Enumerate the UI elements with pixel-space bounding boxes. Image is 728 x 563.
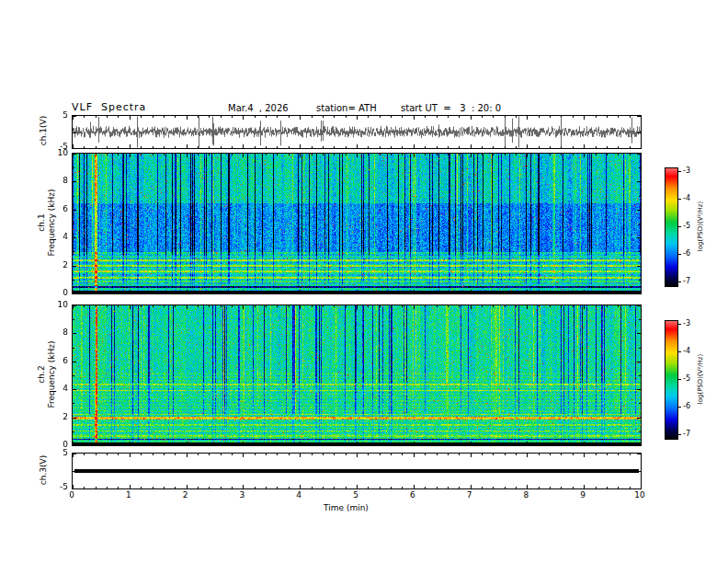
colorbar-tick-label: -3 xyxy=(683,167,690,175)
colorbar2-label: log(PSD)(V²/Hz) xyxy=(696,354,706,405)
ch1-wave-ylabel-text: ch.1(V) xyxy=(39,116,48,145)
colorbar-tick-mark xyxy=(677,379,681,380)
plot-start-ut: start UT = 3 : 20: 0 xyxy=(401,103,501,113)
spec2-ytick-label: 6 xyxy=(46,357,68,365)
colorbar-tick-label: -7 xyxy=(683,278,690,285)
x-tick-label: 1 xyxy=(119,491,138,500)
ch1-spectrogram-canvas xyxy=(72,153,642,294)
colorbar-tick-label: -4 xyxy=(683,195,690,202)
colorbar-tick-mark xyxy=(677,324,681,325)
colorbar-ch2 xyxy=(665,320,678,440)
colorbar-tick-mark xyxy=(677,226,681,227)
x-tick-label: 10 xyxy=(631,491,649,500)
x-tick-label: 0 xyxy=(63,491,81,500)
spec1-ytick-label: 8 xyxy=(46,177,68,185)
spec1-ytick-label: 6 xyxy=(46,205,68,213)
colorbar-tick-label: -7 xyxy=(683,431,690,438)
ch1-spec-ylabel: ch.1 Frequency (kHz) xyxy=(37,189,57,256)
colorbar-tick-mark xyxy=(677,199,681,200)
x-tick-label: 7 xyxy=(461,491,479,500)
wave3-ytick-label: -5 xyxy=(46,483,68,491)
plot-station: station= ATH xyxy=(316,103,377,113)
plot-date: Mar.4 , 2026 xyxy=(228,103,289,113)
wave1-ytick-label: -5 xyxy=(46,143,68,151)
ch3-wave-ylabel: ch.3(V) xyxy=(39,455,49,485)
ch1-spec-ylabel-line1: ch.1 xyxy=(37,189,47,256)
ch3-wave-ylabel-text: ch.3(V) xyxy=(39,455,48,485)
colorbar-tick-label: -5 xyxy=(683,375,690,383)
colorbar-tick-mark xyxy=(677,254,681,255)
x-tick-label: 9 xyxy=(574,491,592,500)
x-tick-label: 6 xyxy=(404,491,422,500)
spec1-ytick-label: 4 xyxy=(46,233,68,241)
colorbar-tick-label: -4 xyxy=(683,348,690,355)
spec2-ytick-label: 2 xyxy=(46,413,68,421)
x-tick-label: 3 xyxy=(233,491,251,500)
x-axis-label: Time (min) xyxy=(324,503,369,512)
vlf-spectra-plot: VLF Spectra Mar.4 , 2026 station= ATH st… xyxy=(0,0,728,563)
wave1-ytick-label: 5 xyxy=(46,111,68,120)
colorbar-tick-mark xyxy=(677,434,681,435)
colorbar-tick-label: -6 xyxy=(683,250,690,258)
spec2-ytick-label: 4 xyxy=(46,385,68,393)
colorbar-tick-mark xyxy=(677,171,681,172)
ch1-wave-ylabel: ch.1(V) xyxy=(39,116,49,145)
x-tick-label: 5 xyxy=(347,491,365,500)
ch2-spec-ylabel-line1: ch.2 xyxy=(37,340,47,408)
ch2-spectrogram-canvas xyxy=(72,304,642,446)
colorbar1-label: log(PSD)(V²/Hz) xyxy=(696,201,706,252)
x-tick-label: 4 xyxy=(290,491,308,500)
ch2-spec-ylabel: ch.2 Frequency (kHz) xyxy=(37,340,57,408)
ch3-waveform-canvas xyxy=(72,453,642,489)
spec2-ytick-label: 10 xyxy=(46,301,68,309)
x-tick-label: 8 xyxy=(517,491,535,500)
ch1-waveform-canvas xyxy=(72,115,642,149)
colorbar-tick-label: -3 xyxy=(683,320,690,327)
spec1-ytick-label: 2 xyxy=(46,261,68,270)
colorbar-tick-mark xyxy=(677,282,681,282)
ch1-spec-ylabel-line2: Frequency (kHz) xyxy=(47,189,57,256)
ch2-spec-ylabel-line2: Frequency (kHz) xyxy=(47,340,57,408)
colorbar-tick-mark xyxy=(677,351,681,352)
spec1-ytick-label: 0 xyxy=(46,289,68,297)
colorbar-tick-mark xyxy=(677,407,681,408)
x-tick-label: 2 xyxy=(176,491,195,500)
spec2-ytick-label: 8 xyxy=(46,328,68,337)
plot-title: VLF Spectra xyxy=(72,101,146,113)
colorbar-ch1 xyxy=(665,167,678,287)
colorbar-tick-label: -5 xyxy=(683,223,690,230)
colorbar-tick-label: -6 xyxy=(683,403,690,410)
wave3-ytick-label: 5 xyxy=(46,449,68,457)
